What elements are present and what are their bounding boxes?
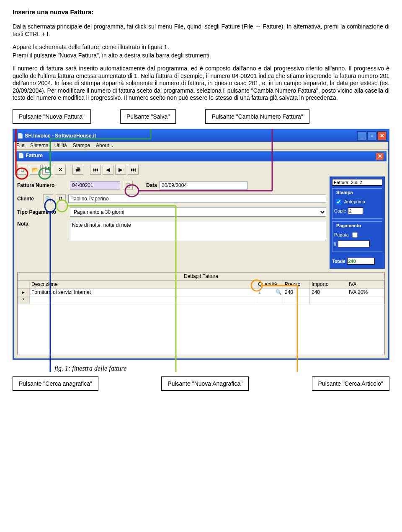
delete-button[interactable]: ✕ xyxy=(55,165,66,175)
minimize-button[interactable]: _ xyxy=(357,131,366,140)
header-desc: Descrizione xyxy=(30,280,256,288)
pagamento-group: Pagamento Pagata il xyxy=(332,221,382,252)
stampa-title: Stampa xyxy=(335,190,354,195)
window-buttons: _ ▫ ✕ xyxy=(357,131,387,140)
pagata-label: Pagata xyxy=(334,232,349,237)
nav-prev-button[interactable]: ◀ xyxy=(103,165,113,175)
search-article-button[interactable]: 🔍 xyxy=(276,289,282,295)
menu-file[interactable]: File xyxy=(16,143,24,148)
table-row[interactable]: ▸ Fornitura di servizi Internet 🔍1 240 2… xyxy=(18,288,384,296)
callout-cerca-articolo: Pulsante "Cerca Articolo" xyxy=(312,376,389,391)
nav-first-button[interactable]: ⏮ xyxy=(90,165,101,175)
open-button[interactable]: 📂 xyxy=(30,165,41,175)
header-importo: Importo xyxy=(310,280,347,288)
save-button[interactable]: 💾 xyxy=(42,165,53,175)
callout-nuova-fattura: Pulsante "Nuova Fattura" xyxy=(13,109,91,124)
prev-icon: ◀ xyxy=(106,166,110,173)
search-anagrafica-button[interactable]: 🔍 xyxy=(43,194,53,203)
new-row-marker-icon: * xyxy=(18,296,30,304)
copie-label: Copie xyxy=(334,208,346,213)
grid-header-row: Descrizione Quantità Prezzo Importo IVA xyxy=(18,280,384,288)
pagamento-title: Pagamento xyxy=(335,223,362,228)
menu-stampe[interactable]: Stampe xyxy=(73,143,90,148)
nav-last-button[interactable]: ⏭ xyxy=(128,165,139,175)
callout-nuova-anagrafica: Pulsante "Nuova Anagrafica" xyxy=(161,376,249,391)
il-input[interactable] xyxy=(338,241,370,247)
counter-display: Fattura: 2 di 2 xyxy=(332,179,382,186)
callout-salva: Pulsante "Salva" xyxy=(120,109,176,124)
menu-about[interactable]: About... xyxy=(96,143,113,148)
left-panel: Fattura Numero 📋 Data Cliente 🔍 🗋 Tipo P… xyxy=(17,176,326,269)
next-icon: ▶ xyxy=(119,166,123,173)
table-row-empty[interactable]: * xyxy=(18,296,384,304)
first-icon: ⏮ xyxy=(93,166,98,173)
row-tipo-pagamento: Tipo Pagamento Pagamento a 30 giorni xyxy=(17,208,326,217)
details-grid: Dettagli Fattura Descrizione Quantità Pr… xyxy=(17,272,385,355)
header-qty: Quantità xyxy=(256,280,283,288)
figure-caption: fig. 1: finestra delle fatture xyxy=(54,365,389,372)
menu-utilita[interactable]: Utilità xyxy=(54,143,67,148)
row-fattura-numero: Fattura Numero 📋 Data xyxy=(17,181,326,190)
top-callout-row: Pulsante "Nuova Fattura" Pulsante "Salva… xyxy=(13,109,389,124)
maximize-button[interactable]: ▫ xyxy=(367,131,376,140)
cell-importo[interactable]: 240 xyxy=(310,288,347,296)
paragraph-3: Premi il pulsante "Nuova Fattura", in al… xyxy=(13,52,389,60)
paragraph-4: Il numero di fattura sarà inserito autom… xyxy=(13,65,389,102)
new-file-icon: 🗋 xyxy=(58,196,63,202)
print-icon: 🖶 xyxy=(75,166,81,173)
nav-next-button[interactable]: ▶ xyxy=(115,165,126,175)
open-folder-icon: 📂 xyxy=(32,166,39,173)
header-price: Prezzo xyxy=(283,280,310,288)
new-file-icon: 🗋 xyxy=(20,166,26,173)
textarea-nota[interactable]: Note di notte, notte di note xyxy=(70,221,326,240)
cell-desc[interactable]: Fornitura di servizi Internet xyxy=(30,288,256,296)
save-disk-icon: 💾 xyxy=(44,166,51,173)
paragraph-2: Appare la schermata delle fatture, come … xyxy=(13,44,389,51)
callout-cambia-numero: Pulsante "Cambia Numero Fattura" xyxy=(205,109,309,124)
label-data: Data xyxy=(146,182,157,188)
label-tipo-pag: Tipo Pagamento xyxy=(17,209,67,215)
pagata-checkbox[interactable] xyxy=(352,232,358,238)
search-question-icon: 🔍 xyxy=(45,196,52,202)
window-close-button[interactable]: ✕ xyxy=(377,131,387,140)
copie-input[interactable] xyxy=(348,208,363,214)
row-cliente: Cliente 🔍 🗋 xyxy=(17,194,326,203)
cell-iva[interactable]: IVA 20% xyxy=(347,288,384,296)
input-data[interactable] xyxy=(160,181,247,189)
new-anagrafica-button[interactable]: 🗋 xyxy=(56,194,66,203)
menu-sistema[interactable]: Sistema xyxy=(30,143,48,148)
app-window: 📄 SH.Invoice - SoftwareHouse.it _ ▫ ✕ Fi… xyxy=(13,129,389,360)
window-titlebar: 📄 SH.Invoice - SoftwareHouse.it _ ▫ ✕ xyxy=(14,130,388,142)
input-fattura-numero[interactable] xyxy=(70,181,120,189)
select-tipo-pag[interactable]: Pagamento a 30 giorni xyxy=(70,208,326,217)
new-invoice-button[interactable]: 🗋 xyxy=(17,165,28,175)
screenshot-wrapper: 📄 SH.Invoice - SoftwareHouse.it _ ▫ ✕ Fi… xyxy=(13,129,389,360)
header-iva: IVA xyxy=(347,280,384,288)
menubar: File Sistema Utilità Stampe About... xyxy=(14,142,388,150)
cell-qty[interactable]: 🔍1 xyxy=(256,288,283,296)
subwindow-close-button[interactable]: ✕ xyxy=(376,153,384,160)
change-number-button[interactable]: 📋 xyxy=(123,181,133,190)
input-cliente[interactable] xyxy=(68,195,326,203)
row-marker-icon: ▸ xyxy=(18,288,30,296)
grid-title: Dettagli Fattura xyxy=(18,272,384,280)
body-area: Fattura Numero 📋 Data Cliente 🔍 🗋 Tipo P… xyxy=(14,176,388,272)
anteprima-label: Anteprima xyxy=(344,199,365,204)
right-panel: Fattura: 2 di 2 Stampa Anteprima Copie P… xyxy=(330,176,385,269)
row-nota: Nota Note di notte, notte di note xyxy=(17,221,326,240)
delete-icon: ✕ xyxy=(58,166,63,173)
paragraph-1: Dalla schermata principale del programma… xyxy=(13,23,389,38)
window-title-text: 📄 SH.Invoice - SoftwareHouse.it xyxy=(17,133,96,139)
notepad-icon: 📋 xyxy=(125,182,131,188)
il-label: il xyxy=(334,241,336,247)
last-icon: ⏭ xyxy=(131,166,136,173)
cell-price[interactable]: 240 xyxy=(283,288,310,296)
callout-cerca-anagrafica: Pulsante "Cerca anagrafica" xyxy=(13,376,98,391)
print-button[interactable]: 🖶 xyxy=(72,165,83,175)
label-fattura-numero: Fattura Numero xyxy=(17,182,67,188)
toolbar: 🗋 📂 💾 ✕ 🖶 ⏮ ◀ ▶ ⏭ xyxy=(14,163,388,176)
doc-title: Inserire una nuova Fattura: xyxy=(13,8,389,16)
anteprima-checkbox[interactable] xyxy=(336,199,341,205)
totale-value xyxy=(347,258,375,265)
totale-label: Totale xyxy=(332,259,345,264)
